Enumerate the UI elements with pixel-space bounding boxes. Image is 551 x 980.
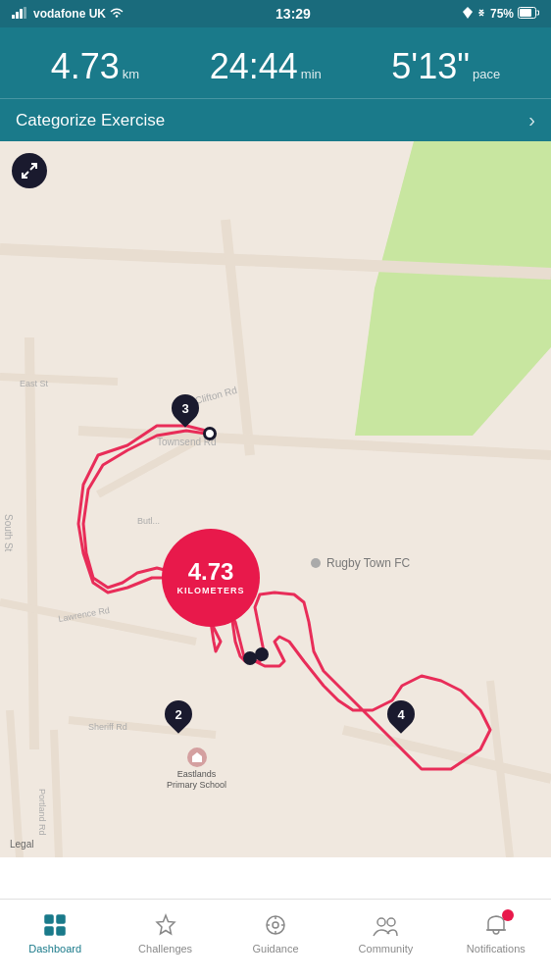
status-right: 75%	[463, 7, 539, 22]
distance-value: 4.73	[51, 46, 120, 86]
duration-unit: min	[301, 67, 322, 81]
distance-unit: km	[123, 67, 139, 81]
svg-rect-3	[24, 7, 26, 19]
categorize-bar[interactable]: Categorize Exercise ›	[0, 98, 551, 141]
signal-icon	[12, 7, 29, 22]
wifi-icon	[110, 7, 124, 21]
svg-rect-0	[12, 15, 15, 19]
stat-pace: 5'13"pace	[391, 49, 500, 84]
svg-line-14	[54, 730, 59, 857]
carrier-name: vodafone UK	[33, 7, 106, 21]
svg-line-9	[29, 337, 34, 749]
nav-item-dashboard[interactable]: Dashboard	[0, 907, 110, 954]
svg-line-15	[10, 710, 20, 857]
svg-text:Clifton Rd: Clifton Rd	[194, 385, 238, 406]
expand-button[interactable]	[12, 153, 47, 188]
status-bar: vodafone UK 13:29 75%	[0, 0, 551, 27]
notification-alert-dot	[502, 909, 514, 921]
nav-label-challenges: Challenges	[138, 943, 192, 954]
battery-icon	[518, 7, 539, 22]
nav-label-dashboard: Dashboard	[28, 943, 81, 954]
duration-value: 24:44	[210, 46, 298, 86]
svg-rect-28	[195, 758, 199, 762]
svg-text:East St: East St	[20, 379, 49, 388]
svg-text:Sheriff Rd: Sheriff Rd	[88, 722, 127, 732]
svg-rect-5	[520, 9, 531, 17]
bubble-distance-value: 4.73	[188, 560, 234, 584]
guidance-icon	[262, 911, 289, 939]
location-icon	[463, 7, 473, 22]
legal-text: Legal	[10, 839, 33, 850]
bottom-nav: Dashboard Challenges Guidance	[0, 899, 551, 980]
nav-item-notifications[interactable]: Notifications	[441, 907, 551, 954]
chevron-right-icon: ›	[528, 109, 535, 131]
categorize-label: Categorize Exercise	[16, 111, 165, 130]
map-area: Clifton Rd Townsend Rd South St East St …	[0, 141, 551, 857]
pace-unit: pace	[473, 67, 500, 81]
svg-text:Butl...: Butl...	[137, 516, 160, 526]
status-time: 13:29	[276, 6, 311, 22]
svg-rect-1	[16, 12, 19, 19]
start-dot	[203, 427, 217, 440]
svg-rect-2	[20, 9, 23, 19]
nav-item-guidance[interactable]: Guidance	[221, 907, 330, 954]
stats-bar: 4.73km 24:44min 5'13"pace	[0, 27, 551, 98]
nav-item-community[interactable]: Community	[330, 907, 440, 954]
svg-text:Portland Rd: Portland Rd	[37, 789, 47, 836]
status-left: vodafone UK	[12, 7, 124, 22]
dashboard-icon	[41, 911, 69, 939]
stat-distance: 4.73km	[51, 49, 139, 84]
notifications-icon	[482, 911, 510, 939]
map-svg: Clifton Rd Townsend Rd South St East St …	[0, 141, 551, 857]
svg-line-6	[0, 249, 551, 274]
svg-point-40	[387, 918, 395, 926]
school-icon	[187, 748, 207, 767]
nav-item-challenges[interactable]: Challenges	[110, 907, 220, 954]
svg-rect-29	[45, 915, 53, 923]
svg-point-34	[273, 922, 278, 928]
pace-value: 5'13"	[391, 46, 470, 86]
school-label: EastlandsPrimary School	[167, 769, 226, 791]
bluetooth-icon	[476, 7, 486, 22]
bubble-distance-unit: KILOMETERS	[176, 586, 244, 595]
svg-line-16	[343, 730, 551, 779]
svg-point-25	[311, 558, 321, 568]
stat-duration: 24:44min	[210, 49, 322, 84]
svg-line-8	[78, 431, 551, 455]
svg-text:Rugby Town FC: Rugby Town FC	[326, 556, 410, 570]
svg-text:South St: South St	[3, 514, 14, 552]
svg-line-10	[0, 377, 118, 382]
svg-rect-30	[57, 915, 65, 923]
nav-label-notifications: Notifications	[467, 943, 526, 954]
route-dot-center	[255, 647, 269, 661]
battery-percent: 75%	[490, 7, 514, 21]
nav-label-guidance: Guidance	[252, 943, 298, 954]
nav-label-community: Community	[359, 943, 414, 954]
svg-point-39	[377, 918, 385, 926]
distance-bubble: 4.73 KILOMETERS	[162, 529, 260, 627]
community-icon	[372, 911, 399, 939]
svg-rect-31	[45, 927, 53, 935]
challenges-icon	[152, 911, 179, 939]
svg-rect-32	[57, 927, 65, 935]
school-poi: EastlandsPrimary School	[167, 748, 226, 791]
